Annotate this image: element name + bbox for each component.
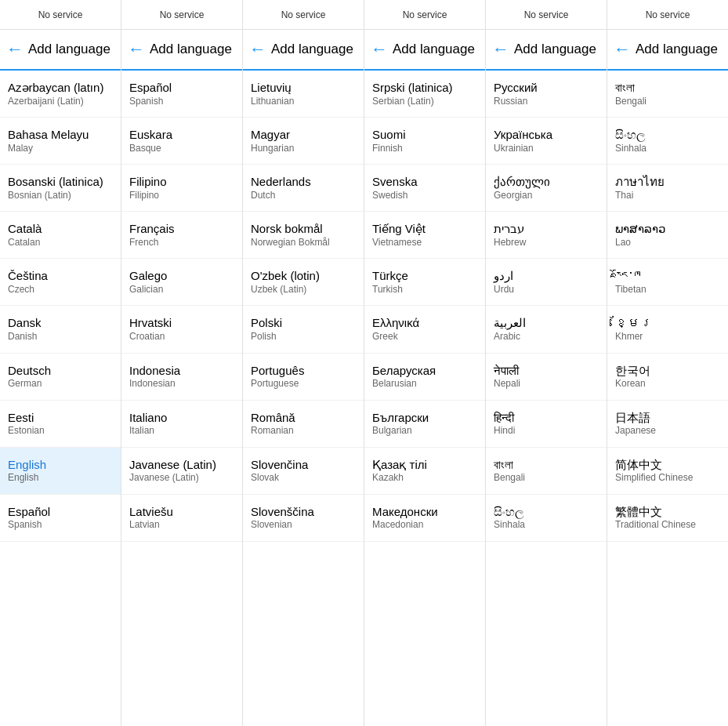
back-arrow-4[interactable]: ← [492,39,509,60]
lang-item-4-0[interactable]: РусскийRussian [486,71,607,118]
lang-item-3-7[interactable]: БългарскиBulgarian [364,401,485,448]
lang-native-1-8: Javanese (Latin) [129,457,234,473]
lang-item-2-4[interactable]: O'zbek (lotin)Uzbek (Latin) [243,259,364,306]
lang-item-2-1[interactable]: MagyarHungarian [243,118,364,165]
lang-item-5-4[interactable]: རྫོང་ཁTibetan [607,259,728,306]
lang-native-1-7: Italiano [129,410,234,426]
lang-item-1-6[interactable]: IndonesiaIndonesian [121,354,242,401]
lang-item-4-3[interactable]: עבריתHebrew [486,212,607,259]
lang-native-2-9: Slovenščina [251,504,356,520]
lang-item-2-3[interactable]: Norsk bokmålNorwegian Bokmål [243,212,364,259]
lang-item-2-2[interactable]: NederlandsDutch [243,165,364,212]
lang-item-0-4[interactable]: ČeštinaCzech [0,259,121,306]
lang-item-0-2[interactable]: Bosanski (latinica)Bosnian (Latin) [0,165,121,212]
lang-item-2-6[interactable]: PortuguêsPortuguese [243,354,364,401]
lang-item-5-3[interactable]: ພາສາລາວLao [607,212,728,259]
lang-item-4-8[interactable]: বাংলাBengali [486,448,607,495]
lang-english-0-9: Spanish [8,519,113,532]
lang-english-0-1: Malay [8,143,113,155]
lang-english-0-4: Czech [8,284,113,296]
lang-native-5-3: ພາສາລາວ [615,221,720,237]
lang-english-1-6: Indonesian [129,378,234,390]
back-arrow-1[interactable]: ← [128,39,145,60]
lang-item-2-7[interactable]: RomânăRomanian [243,401,364,448]
lang-item-2-9[interactable]: SlovenščinaSlovenian [243,495,364,542]
lang-native-3-7: Български [372,410,477,426]
lang-english-1-1: Basque [129,143,234,155]
lang-item-5-1[interactable]: සිංහලSinhala [607,118,728,165]
status-segment-0: No service [0,0,121,29]
header-title-4: Add language [514,42,596,57]
lang-item-0-9[interactable]: EspañolSpanish [0,495,121,542]
panel-header-5: ←Add language [607,30,728,71]
back-arrow-3[interactable]: ← [371,39,388,60]
lang-item-0-1[interactable]: Bahasa MelayuMalay [0,118,121,165]
lang-native-0-6: Deutsch [8,363,113,379]
lang-item-1-0[interactable]: EspañolSpanish [121,71,242,118]
lang-english-0-3: Catalan [8,237,113,249]
lang-item-4-7[interactable]: हिन्दीHindi [486,401,607,448]
lang-item-1-3[interactable]: FrançaisFrench [121,212,242,259]
lang-item-2-0[interactable]: LietuviųLithuanian [243,71,364,118]
lang-item-3-5[interactable]: ΕλληνικάGreek [364,306,485,353]
back-arrow-0[interactable]: ← [6,39,24,60]
lang-item-5-5[interactable]: ខ្មែរKhmer [607,306,728,353]
lang-native-2-6: Português [251,363,356,379]
back-arrow-5[interactable]: ← [614,39,631,60]
lang-item-3-2[interactable]: SvenskaSwedish [364,165,485,212]
lang-english-5-2: Thai [615,190,720,202]
lang-item-4-2[interactable]: ქართულიGeorgian [486,165,607,212]
lang-item-5-2[interactable]: ภาษาไทยThai [607,165,728,212]
lang-item-3-3[interactable]: Tiếng ViệtVietnamese [364,212,485,259]
lang-item-5-9[interactable]: 繁體中文Traditional Chinese [607,495,728,542]
lang-item-1-1[interactable]: EuskaraBasque [121,118,242,165]
lang-native-1-6: Indonesia [129,363,234,379]
lang-native-5-0: বাংলা [615,80,720,96]
lang-native-4-8: বাংলা [494,457,599,473]
lang-item-5-7[interactable]: 日本語Japanese [607,401,728,448]
lang-item-0-0[interactable]: Azərbaycan (latın)Azerbaijani (Latin) [0,71,121,118]
lang-item-1-7[interactable]: ItalianoItalian [121,401,242,448]
header-title-2: Add language [271,42,353,57]
lang-item-0-3[interactable]: CatalàCatalan [0,212,121,259]
panel-header-0: ←Add language [0,30,121,71]
panel-3: ←Add languageSrpski (latinica)Serbian (L… [364,30,486,726]
lang-item-0-5[interactable]: DanskDanish [0,306,121,353]
lang-item-0-7[interactable]: EestiEstonian [0,401,121,448]
lang-item-1-8[interactable]: Javanese (Latin)Javanese (Latin) [121,448,242,495]
lang-item-0-6[interactable]: DeutschGerman [0,354,121,401]
lang-english-5-3: Lao [615,237,720,249]
lang-item-0-8[interactable]: EnglishEnglish [0,448,121,495]
back-arrow-2[interactable]: ← [249,39,266,60]
lang-native-0-9: Español [8,504,113,520]
lang-native-0-4: Čeština [8,268,113,284]
lang-item-4-9[interactable]: සිංහලSinhala [486,495,607,542]
lang-item-2-5[interactable]: PolskiPolish [243,306,364,353]
lang-item-4-1[interactable]: УкраїнськаUkrainian [486,118,607,165]
lang-item-4-4[interactable]: اردوUrdu [486,259,607,306]
lang-item-3-4[interactable]: TürkçeTurkish [364,259,485,306]
lang-english-1-5: Croatian [129,331,234,343]
lang-english-4-5: Arabic [494,331,599,343]
header-title-1: Add language [150,42,232,57]
lang-native-1-3: Français [129,221,234,237]
status-segment-2: No service [243,0,364,29]
lang-english-2-4: Uzbek (Latin) [251,284,356,296]
lang-item-3-8[interactable]: Қазақ тіліKazakh [364,448,485,495]
lang-item-3-6[interactable]: БеларускаяBelarusian [364,354,485,401]
lang-item-5-0[interactable]: বাংলাBengali [607,71,728,118]
lang-item-1-4[interactable]: GalegoGalician [121,259,242,306]
lang-item-3-9[interactable]: МакедонскиMacedonian [364,495,485,542]
panel-header-4: ←Add language [486,30,607,71]
lang-item-4-5[interactable]: العربيةArabic [486,306,607,353]
lang-item-1-5[interactable]: HrvatskiCroatian [121,306,242,353]
lang-item-2-8[interactable]: SlovenčinaSlovak [243,448,364,495]
lang-item-1-2[interactable]: FilipinoFilipino [121,165,242,212]
lang-item-3-0[interactable]: Srpski (latinica)Serbian (Latin) [364,71,485,118]
lang-item-5-8[interactable]: 简体中文Simplified Chinese [607,448,728,495]
lang-item-4-6[interactable]: नेपालीNepali [486,354,607,401]
lang-item-3-1[interactable]: SuomiFinnish [364,118,485,165]
lang-item-5-6[interactable]: 한국어Korean [607,354,728,401]
lang-english-1-9: Latvian [129,519,234,532]
lang-item-1-9[interactable]: LatviešuLatvian [121,495,242,542]
